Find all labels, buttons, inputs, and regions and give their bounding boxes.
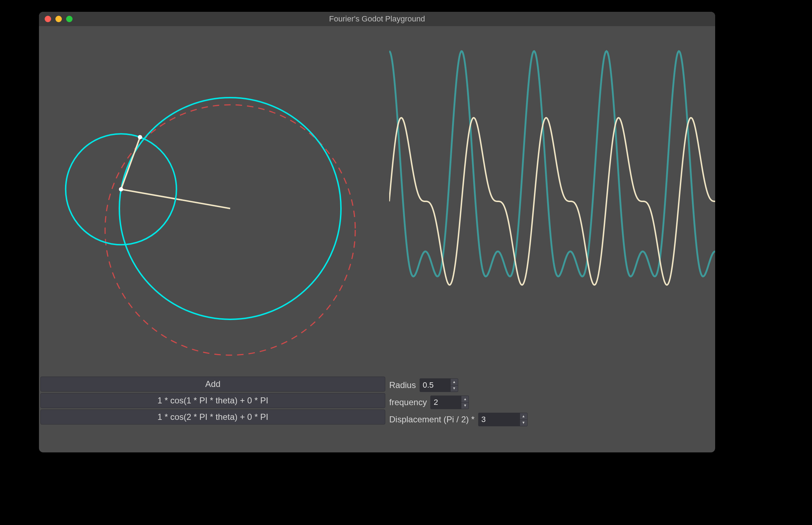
radius-spinbox[interactable]: ▲ ▼ xyxy=(420,378,458,392)
epicycle-canvas xyxy=(39,30,389,373)
svg-point-0 xyxy=(105,105,355,355)
radius-row: Radius ▲ ▼ xyxy=(389,377,711,394)
term-item-1[interactable]: 1 * cos(2 * PI * theta) + 0 * PI xyxy=(40,409,385,425)
radius-input[interactable] xyxy=(420,379,451,392)
displacement-label: Displacement (Pi / 2) * xyxy=(389,414,475,425)
svg-point-5 xyxy=(119,187,123,191)
arrow-down-icon[interactable]: ▼ xyxy=(451,386,458,392)
maximize-icon[interactable] xyxy=(66,16,73,22)
frequency-input[interactable] xyxy=(431,396,461,409)
displacement-input[interactable] xyxy=(479,413,520,426)
window-controls xyxy=(45,16,73,22)
arrow-up-icon[interactable]: ▲ xyxy=(451,379,458,386)
close-icon[interactable] xyxy=(45,16,51,22)
arrow-up-icon[interactable]: ▲ xyxy=(520,413,527,420)
term-item-0[interactable]: 1 * cos(1 * PI * theta) + 0 * PI xyxy=(40,393,385,408)
frequency-stepper[interactable]: ▲ ▼ xyxy=(461,396,469,409)
arrow-down-icon[interactable]: ▼ xyxy=(461,403,469,409)
frequency-label: frequency xyxy=(389,397,427,407)
radius-label: Radius xyxy=(389,380,416,390)
titlebar: Fourier's Godot Playground xyxy=(39,12,715,26)
app-window: Fourier's Godot Playground Add 1 * cos(1… xyxy=(39,12,715,452)
arrow-up-icon[interactable]: ▲ xyxy=(461,396,469,403)
radius-stepper[interactable]: ▲ ▼ xyxy=(451,379,458,392)
frequency-row: frequency ▲ ▼ xyxy=(389,394,711,411)
content: Add 1 * cos(1 * PI * theta) + 0 * PI 1 *… xyxy=(39,26,715,452)
wave-canvas xyxy=(389,30,715,373)
svg-point-6 xyxy=(138,135,142,139)
displacement-row: Displacement (Pi / 2) * ▲ ▼ xyxy=(389,411,711,428)
window-title: Fourier's Godot Playground xyxy=(39,14,715,24)
arrow-down-icon[interactable]: ▼ xyxy=(520,420,527,426)
add-button[interactable]: Add xyxy=(40,377,385,392)
displacement-stepper[interactable]: ▲ ▼ xyxy=(520,413,527,426)
parameter-panel: Radius ▲ ▼ frequency ▲ ▼ xyxy=(389,377,711,428)
displacement-spinbox[interactable]: ▲ ▼ xyxy=(478,413,528,426)
minimize-icon[interactable] xyxy=(55,16,62,22)
term-list-panel: Add 1 * cos(1 * PI * theta) + 0 * PI 1 *… xyxy=(40,377,385,426)
frequency-spinbox[interactable]: ▲ ▼ xyxy=(430,396,469,409)
